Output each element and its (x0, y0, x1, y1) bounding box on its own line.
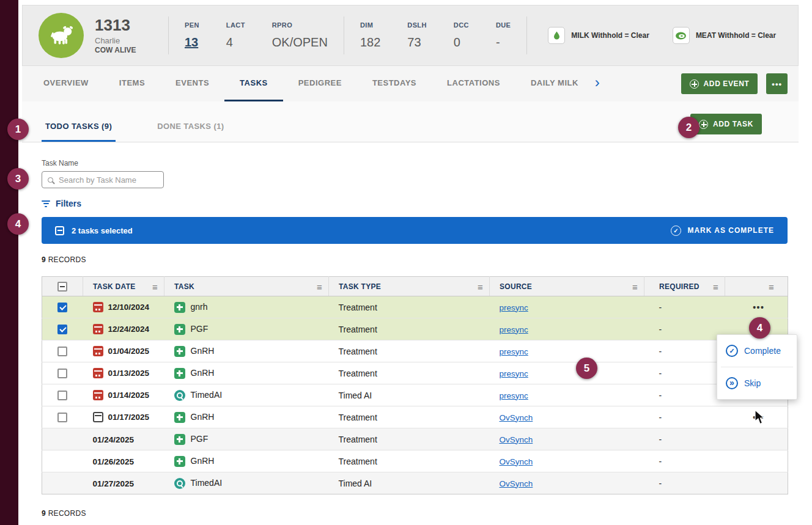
row-checkbox[interactable] (57, 325, 67, 334)
stat-label: DCC (454, 21, 469, 29)
task-date: 01/14/2025 (108, 391, 150, 400)
source-link[interactable]: presync (500, 303, 528, 312)
source-link[interactable]: OvSynch (500, 413, 533, 422)
filters-toggle[interactable]: Filters (42, 199, 81, 208)
stat-value[interactable]: 13 (185, 35, 199, 50)
task-row: 12/10/2024 gnrh Treatment presync - ••• (42, 296, 788, 318)
annotation-badge-5: 5 (576, 358, 597, 379)
task-type: Treatment (329, 340, 490, 362)
tab-daily-milk[interactable]: DAILY MILK (515, 66, 594, 101)
task-row: 12/24/2024 PGF Treatment presync - ••• (42, 318, 788, 340)
source-link[interactable]: OvSynch (500, 435, 533, 444)
tab-lactations[interactable]: LACTATIONS (432, 66, 515, 101)
tab-testdays[interactable]: TESTDAYS (357, 66, 432, 101)
source-link[interactable]: presync (500, 391, 528, 400)
check-circle-icon (671, 226, 681, 236)
withhold-indicators: MILK Withhold = Clear MEAT Withhold = Cl… (548, 27, 776, 44)
tab-events[interactable]: EVENTS (160, 66, 224, 101)
column-menu-icon[interactable]: ≡ (769, 281, 774, 292)
task-date: 01/24/2025 (93, 435, 135, 444)
col-label: SOURCE (500, 282, 532, 291)
context-menu-complete[interactable]: Complete (717, 335, 797, 367)
column-menu-icon[interactable]: ≡ (152, 281, 158, 292)
row-checkbox[interactable] (57, 369, 67, 378)
column-menu-icon[interactable]: ≡ (632, 281, 638, 292)
select-all-checkbox[interactable] (57, 282, 67, 292)
meat-icon (673, 27, 690, 44)
task-type: Treatment (329, 362, 490, 384)
task-type-icon (174, 412, 185, 423)
context-menu-skip[interactable]: Skip (717, 367, 797, 399)
stat-label: DIM (360, 21, 380, 29)
task-type: Timed AI (329, 472, 490, 494)
stat-value: 0 (454, 35, 469, 50)
task-date: 01/27/2025 (93, 479, 135, 488)
stat-value: 182 (360, 35, 380, 50)
required-value: - (644, 340, 725, 362)
tab-done-tasks[interactable]: DONE TASKS (1) (153, 122, 227, 142)
meat-withhold-label: MEAT Withhold = Clear (696, 31, 776, 40)
task-type-icon (174, 346, 185, 357)
row-actions-button[interactable]: ••• (753, 303, 764, 312)
add-task-button[interactable]: ADD TASK (690, 114, 762, 134)
tab-tasks[interactable]: TASKS (224, 66, 283, 101)
records-label: RECORDS (48, 255, 86, 264)
calendar-icon (93, 324, 103, 334)
col-select (42, 277, 83, 296)
task-name: TimedAI (191, 391, 223, 400)
task-name: PGF (191, 325, 209, 334)
column-menu-icon[interactable]: ≡ (317, 281, 322, 292)
tab-overview[interactable]: OVERVIEW (28, 66, 104, 101)
mark-as-complete-button[interactable]: MARK AS COMPLETE (671, 226, 774, 236)
task-row: 01/04/2025 GnRH Treatment presync - ••• (42, 340, 788, 362)
row-checkbox[interactable] (57, 391, 67, 400)
source-link[interactable]: presync (500, 369, 528, 378)
tab-items[interactable]: ITEMS (104, 66, 160, 101)
source-link[interactable]: OvSynch (500, 457, 533, 466)
task-type: Treatment (329, 296, 490, 318)
divider (526, 17, 527, 54)
task-type-icon (174, 434, 185, 445)
search-input[interactable] (57, 175, 158, 185)
cow-avatar (39, 13, 84, 58)
task-type: Treatment (329, 450, 490, 472)
task-type: Treatment (329, 406, 490, 428)
stat-label: RPRO (272, 21, 328, 29)
task-row: 01/27/2025 TimedAI Timed AI OvSynch - (42, 472, 788, 494)
task-type: Timed AI (329, 384, 490, 406)
tab-todo-tasks[interactable]: TODO TASKS (9) (42, 122, 116, 142)
cow-name: Charlie (95, 36, 163, 45)
tab-pedigree[interactable]: PEDIGREE (283, 66, 357, 101)
search-icon (48, 177, 53, 183)
stat-label: PEN (185, 21, 199, 29)
column-menu-icon[interactable]: ≡ (478, 281, 483, 292)
row-checkbox[interactable] (57, 303, 67, 312)
source-link[interactable]: presync (500, 325, 528, 334)
milk-drop-icon (548, 27, 565, 44)
task-row: 01/24/2025 PGF Treatment OvSynch - (42, 428, 788, 450)
required-value: - (644, 318, 725, 340)
required-value: - (644, 428, 725, 450)
table-header-row: TASK DATE ≡ TASK ≡ TASK TYPE ≡ SOURCE ≡ (42, 277, 788, 296)
stat-value: 73 (407, 35, 427, 50)
col-source: SOURCE ≡ (490, 277, 644, 296)
source-link[interactable]: presync (500, 347, 528, 356)
chevron-right-icon[interactable]: › (595, 74, 600, 91)
stat-dim: DIM182 (360, 21, 380, 50)
annotation-badge-3: 3 (7, 168, 29, 189)
task-type-icon (174, 302, 185, 313)
meat-withhold: MEAT Withhold = Clear (673, 27, 776, 44)
indeterminate-checkbox-icon[interactable] (55, 226, 64, 235)
cow-id: 1313 (95, 17, 163, 34)
row-checkbox[interactable] (57, 413, 67, 422)
task-type-icon (174, 478, 185, 489)
source-link[interactable]: OvSynch (500, 479, 533, 488)
col-label: REQUIRED (659, 282, 699, 291)
row-checkbox[interactable] (57, 347, 67, 356)
column-menu-icon[interactable]: ≡ (713, 281, 718, 292)
add-event-button[interactable]: ADD EVENT (681, 73, 758, 94)
header-more-actions-button[interactable]: ••• (766, 73, 788, 94)
col-actions: ≡ (725, 277, 788, 296)
calendar-icon (93, 390, 103, 400)
add-event-label: ADD EVENT (704, 79, 750, 88)
